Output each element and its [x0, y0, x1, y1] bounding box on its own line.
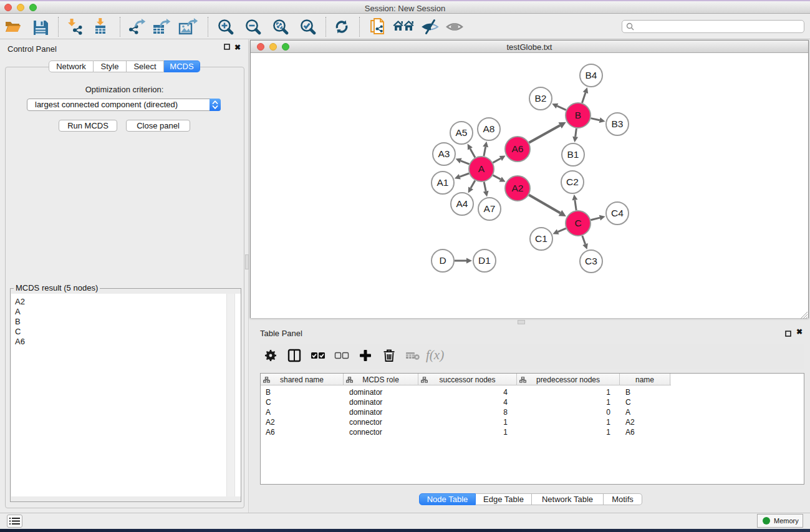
- svg-text:A4: A4: [456, 198, 468, 209]
- svg-text:B1: B1: [567, 149, 579, 160]
- svg-text:A2: A2: [512, 183, 524, 193]
- svg-text:B3: B3: [612, 118, 624, 129]
- svg-text:A8: A8: [483, 123, 495, 134]
- svg-text:B4: B4: [586, 70, 597, 80]
- svg-text:C2: C2: [566, 177, 579, 187]
- svg-text:A3: A3: [438, 148, 450, 159]
- svg-text:B: B: [575, 110, 581, 120]
- svg-text:A5: A5: [456, 127, 468, 138]
- svg-text:A1: A1: [437, 177, 449, 188]
- svg-text:C3: C3: [585, 256, 597, 266]
- svg-text:B2: B2: [535, 93, 547, 104]
- svg-text:A7: A7: [484, 203, 496, 214]
- svg-text:C1: C1: [535, 233, 547, 244]
- svg-text:C4: C4: [611, 208, 624, 218]
- svg-text:A: A: [478, 163, 485, 174]
- svg-text:A6: A6: [512, 143, 524, 154]
- svg-text:D: D: [439, 255, 446, 266]
- svg-text:C: C: [574, 218, 581, 228]
- svg-text:D1: D1: [478, 255, 491, 266]
